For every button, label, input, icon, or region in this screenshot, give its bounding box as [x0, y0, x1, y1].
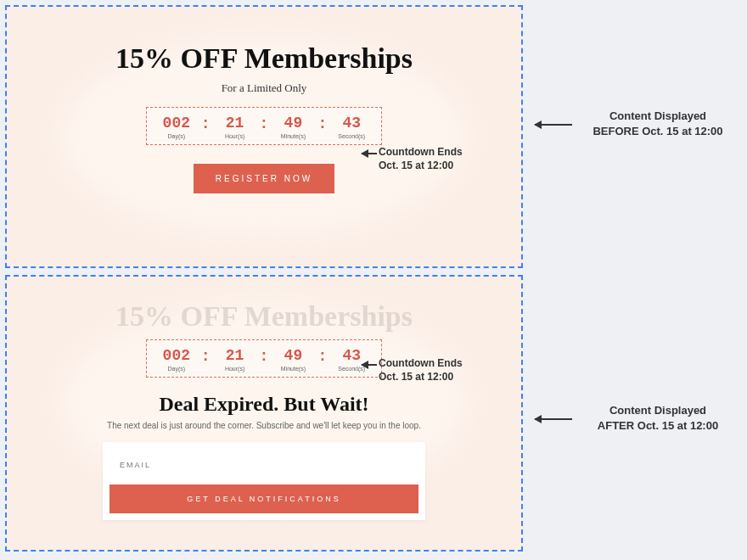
- countdown-hours-label: Hour(s): [225, 133, 244, 139]
- countdown-seconds-label: Second(s): [338, 133, 365, 139]
- countdown-sep: :: [201, 115, 211, 132]
- countdown-minutes-label: Minute(s): [281, 366, 306, 372]
- annotation-after-line1: Content Displayed: [609, 404, 706, 417]
- before-headline: 15% OFF Memberships: [7, 42, 521, 75]
- subscribe-form: GET DEAL NOTIFICATIONS: [103, 442, 425, 520]
- before-content: 15% OFF Memberships For a Limited Only 0…: [7, 7, 521, 193]
- annotation-before-label: Content Displayed BEFORE Oct. 15 at 12:0…: [577, 109, 739, 138]
- countdown-minutes-value: 49: [284, 347, 303, 364]
- countdown-seconds-value: 43: [342, 115, 361, 132]
- expired-subtext: The next deal is just around the corner.…: [7, 421, 521, 430]
- annotation-countdown-line1: Countdown Ends: [379, 146, 463, 158]
- countdown-after: 002 Day(s) : 21 Hour(s) : 49 Minute(s) :: [146, 339, 382, 378]
- right-column: Content Displayed BEFORE Oct. 15 at 12:0…: [526, 0, 747, 560]
- countdown-hours-label: Hour(s): [225, 366, 244, 372]
- countdown-before: 002 Day(s) : 21 Hour(s) : 49 Minute(s) :: [146, 107, 382, 145]
- countdown-minutes-value: 49: [284, 115, 303, 132]
- countdown-minutes-label: Minute(s): [281, 133, 306, 139]
- after-headline-faded: 15% OFF Memberships: [7, 300, 521, 333]
- countdown-sep: :: [260, 347, 269, 365]
- expired-headline: Deal Expired. But Wait!: [7, 393, 521, 416]
- countdown-days-label: Day(s): [167, 133, 185, 139]
- countdown-sep: :: [260, 115, 269, 132]
- arrow-left-icon: [362, 364, 377, 366]
- before-subline: For a Limited Only: [7, 81, 521, 95]
- annotation-countdown-after: Countdown Ends Oct. 15 at 12:00: [379, 356, 463, 384]
- annotation-after-line2: AFTER Oct. 15 at 12:00: [598, 419, 718, 432]
- annotation-before-line1: Content Displayed: [609, 109, 706, 122]
- promo-box-after: 15% OFF Memberships 002 Day(s) : 21 Hour…: [5, 275, 523, 552]
- left-column: 15% OFF Memberships For a Limited Only 0…: [0, 0, 526, 560]
- countdown-sep: :: [201, 347, 211, 365]
- after-content: 15% OFF Memberships 002 Day(s) : 21 Hour…: [7, 277, 521, 520]
- annotation-countdown-line2: Oct. 15 at 12:00: [379, 160, 453, 171]
- countdown-days: 002 Day(s): [159, 115, 194, 139]
- countdown-hours-value: 21: [226, 115, 244, 132]
- countdown-seconds: 43 Second(s): [334, 115, 369, 139]
- countdown-days: 002 Day(s): [159, 347, 194, 372]
- get-notifications-button[interactable]: GET DEAL NOTIFICATIONS: [110, 484, 418, 513]
- countdown-hours: 21 Hour(s): [217, 347, 253, 372]
- countdown-sep: :: [317, 115, 327, 132]
- arrow-left-icon: [362, 153, 377, 154]
- promo-box-before: 15% OFF Memberships For a Limited Only 0…: [5, 5, 523, 268]
- register-button[interactable]: REGISTER NOW: [194, 164, 334, 193]
- countdown-days-label: Day(s): [167, 366, 185, 372]
- countdown-minutes: 49 Minute(s): [275, 347, 311, 372]
- countdown-minutes: 49 Minute(s): [275, 115, 311, 139]
- countdown-hours: 21 Hour(s): [217, 115, 253, 139]
- countdown-days-value: 002: [163, 347, 190, 364]
- annotation-after-label: Content Displayed AFTER Oct. 15 at 12:00: [577, 403, 739, 433]
- countdown-days-value: 002: [163, 115, 190, 132]
- email-field[interactable]: [110, 449, 418, 481]
- arrow-left-icon: [535, 418, 572, 420]
- countdown-seconds-value: 43: [342, 347, 361, 364]
- diagram-root: 15% OFF Memberships For a Limited Only 0…: [0, 0, 747, 560]
- annotation-before-line2: BEFORE Oct. 15 at 12:00: [593, 125, 722, 137]
- countdown-hours-value: 21: [226, 347, 244, 364]
- annotation-countdown-line1: Countdown Ends: [379, 357, 463, 369]
- annotation-countdown-line2: Oct. 15 at 12:00: [379, 371, 453, 383]
- arrow-left-icon: [535, 124, 572, 126]
- countdown-sep: :: [317, 347, 327, 365]
- annotation-countdown-before: Countdown Ends Oct. 15 at 12:00: [379, 145, 463, 172]
